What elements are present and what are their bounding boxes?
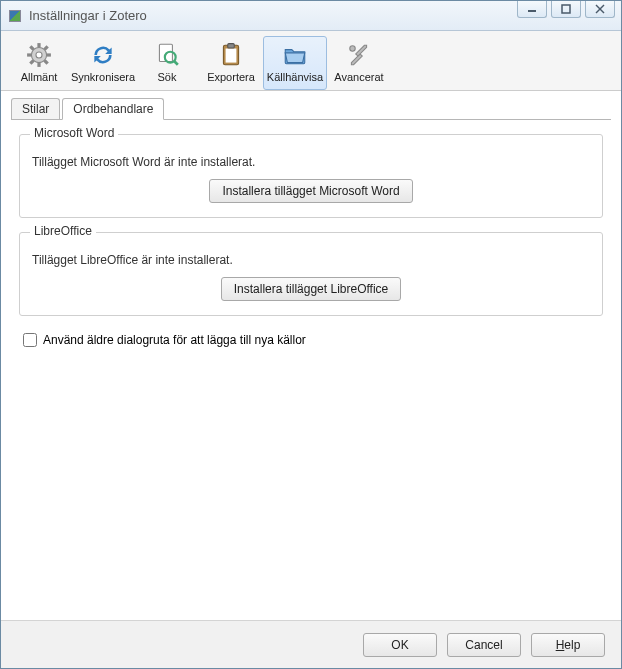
classic-dialog-row: Använd äldre dialogruta för att lägga ti… [19, 330, 603, 350]
install-word-button[interactable]: Installera tillägget Microsoft Word [209, 179, 412, 203]
svg-line-13 [30, 60, 33, 63]
toolbar-item-sync[interactable]: Synkronisera [71, 36, 135, 90]
group-legend: Microsoft Word [30, 126, 118, 140]
toolbar-item-cite[interactable]: Källhänvisa [263, 36, 327, 90]
folder-icon [281, 41, 309, 69]
svg-line-16 [174, 61, 178, 65]
toolbar-label: Sök [158, 71, 177, 83]
tab-word-processors[interactable]: Ordbehandlare [62, 98, 164, 120]
tabs: Stilar Ordbehandlare [1, 91, 621, 119]
toolbar-label: Exportera [207, 71, 255, 83]
svg-line-12 [44, 46, 47, 49]
clipboard-icon [217, 41, 245, 69]
gear-icon [25, 41, 53, 69]
toolbar-item-export[interactable]: Exportera [199, 36, 263, 90]
tools-icon [345, 41, 373, 69]
toolbar-item-search[interactable]: Sök [135, 36, 199, 90]
footer: OK Cancel Help [1, 620, 621, 668]
svg-rect-18 [226, 49, 237, 63]
minimize-button[interactable] [517, 0, 547, 18]
install-libre-button[interactable]: Installera tillägget LibreOffice [221, 277, 402, 301]
group-microsoft-word: Microsoft Word Tillägget Microsoft Word … [19, 134, 603, 218]
libre-status-text: Tillägget LibreOffice är inte installera… [32, 253, 590, 267]
svg-line-11 [44, 60, 47, 63]
close-button[interactable] [585, 0, 615, 18]
window-title: Inställningar i Zotero [29, 8, 147, 23]
tab-content: Microsoft Word Tillägget Microsoft Word … [1, 120, 621, 350]
toolbar-label: Avancerat [334, 71, 383, 83]
help-button[interactable]: Help [531, 633, 605, 657]
toolbar-label: Allmänt [21, 71, 58, 83]
search-icon [153, 41, 181, 69]
ok-button[interactable]: OK [363, 633, 437, 657]
svg-line-10 [30, 46, 33, 49]
tab-styles[interactable]: Stilar [11, 98, 60, 120]
toolbar-item-general[interactable]: Allmänt [7, 36, 71, 90]
word-status-text: Tillägget Microsoft Word är inte install… [32, 155, 590, 169]
minimize-icon [527, 5, 537, 13]
toolbar: Allmänt Synkronisera Sök Exportera Källh… [1, 31, 621, 91]
classic-dialog-label: Använd äldre dialogruta för att lägga ti… [43, 333, 306, 347]
cancel-button[interactable]: Cancel [447, 633, 521, 657]
close-icon [595, 4, 605, 14]
classic-dialog-checkbox[interactable] [23, 333, 37, 347]
group-libreoffice: LibreOffice Tillägget LibreOffice är int… [19, 232, 603, 316]
toolbar-label: Synkronisera [71, 71, 135, 83]
svg-point-5 [36, 52, 42, 58]
titlebar: Inställningar i Zotero [1, 1, 621, 31]
toolbar-label: Källhänvisa [267, 71, 323, 83]
svg-point-20 [350, 46, 355, 51]
svg-rect-1 [562, 5, 570, 13]
window-controls [513, 0, 615, 18]
app-icon [7, 8, 23, 24]
group-legend: LibreOffice [30, 224, 96, 238]
sync-icon [89, 41, 117, 69]
toolbar-item-advanced[interactable]: Avancerat [327, 36, 391, 90]
maximize-icon [561, 4, 571, 14]
svg-rect-19 [228, 44, 235, 48]
maximize-button[interactable] [551, 0, 581, 18]
